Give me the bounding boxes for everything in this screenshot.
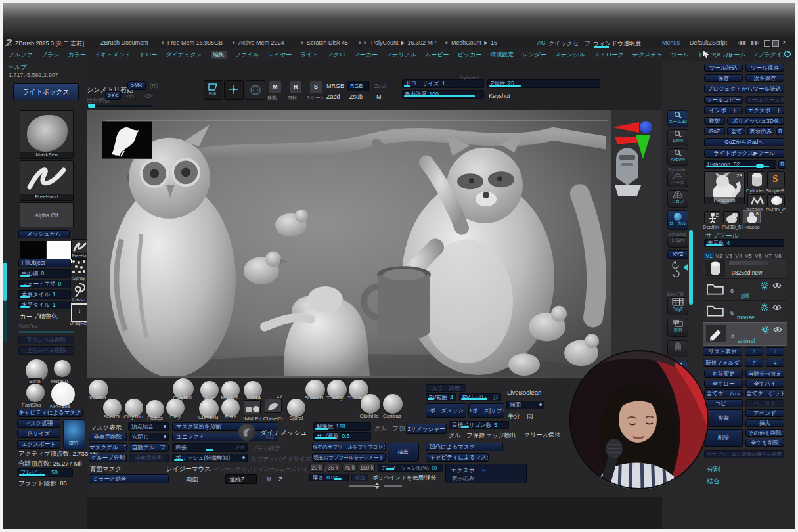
- live-boolean-toggle[interactable]: LiveBoolean: [507, 389, 541, 396]
- show-only-toggle[interactable]: 表示のみ: [452, 475, 474, 483]
- tool-load-button[interactable]: ツール読込: [704, 64, 743, 72]
- active-tool-r-button[interactable]: R: [778, 160, 786, 169]
- axis-y-cone[interactable]: [636, 135, 650, 159]
- mask-view-label[interactable]: マスク表示: [90, 424, 122, 432]
- save-button[interactable]: 保存: [704, 74, 743, 82]
- same-toggle[interactable]: 同一: [527, 412, 539, 421]
- close-holes-button[interactable]: 穴閉じ: [129, 433, 169, 441]
- all-low-button[interactable]: 全てロー: [704, 380, 743, 388]
- material-metal[interactable]: [54, 360, 71, 377]
- brush-config-label[interactable]: ブラシ設定: [251, 445, 281, 453]
- left-export-button[interactable]: エクスポート: [17, 440, 60, 449]
- brush-thumbnail[interactable]: MaskPen: [20, 110, 74, 159]
- rotate-ccw-icon[interactable]: [671, 261, 680, 269]
- gear-icon[interactable]: [761, 303, 768, 311]
- tray-collapse-arrows[interactable]: [374, 483, 380, 489]
- perspective-button[interactable]: パース: [667, 173, 688, 187]
- rename-button[interactable]: 名前変更: [704, 370, 743, 378]
- polish-slider[interactable]: ポリッシュ(特徴検知): [172, 454, 248, 462]
- backface-mask-label[interactable]: 背面マスク: [90, 465, 122, 474]
- tool-thumb-hracoo[interactable]: 8: [743, 210, 761, 223]
- subtool-down-button[interactable]: ↓: [766, 347, 784, 356]
- fill-object-button[interactable]: FillObject: [18, 259, 71, 267]
- delete-lower-button[interactable]: 下位レベル削除: [18, 336, 74, 344]
- gear-icon[interactable]: [761, 282, 768, 290]
- subtool-item-4-selected[interactable]: 8 animal: [703, 322, 787, 346]
- new-folder-button[interactable]: 新規フォルダ: [703, 359, 742, 367]
- save-next-button[interactable]: 次を保存: [745, 74, 784, 82]
- goz-button[interactable]: GoZ: [704, 127, 725, 135]
- lightbox-tool-button[interactable]: ライトボックス▶ツール: [704, 149, 784, 158]
- mask-group-button[interactable]: マスクグループ: [89, 443, 127, 452]
- axis-x-cone[interactable]: [613, 122, 639, 133]
- sculptris-mode-button[interactable]: [246, 80, 265, 100]
- pv-range-slider[interactable]: PV範囲4: [426, 393, 456, 401]
- delete-hidden-button[interactable]: 非表示削除: [89, 433, 127, 441]
- fade-radius-slider[interactable]: フェード半径0: [18, 280, 71, 288]
- copy-subtool-button[interactable]: コピー: [704, 399, 743, 407]
- pv-coverage-slider[interactable]: PVカバレージ25: [459, 393, 501, 401]
- menu-document[interactable]: ドキュメント: [95, 51, 131, 59]
- all-home-button[interactable]: 全てホームへ: [704, 389, 743, 397]
- curve-refine-button[interactable]: カーブ精密化: [20, 313, 57, 321]
- duplicate-tool-button[interactable]: 複製: [704, 117, 725, 125]
- local-symmetry-button[interactable]: ローカル: [667, 210, 688, 230]
- dynamesh-group-toggle[interactable]: グループ: [374, 424, 399, 433]
- k20-button[interactable]: 20 k: [309, 464, 324, 472]
- zoom3d-button[interactable]: ズーム3D: [667, 110, 688, 127]
- zremesher-button[interactable]: Zリメッシャー: [406, 424, 447, 434]
- menu-color[interactable]: カラー: [68, 51, 85, 59]
- menu-light[interactable]: ライト: [300, 51, 319, 59]
- import-button[interactable]: インポート: [704, 106, 743, 114]
- tool-paste-button[interactable]: ツールペースト: [745, 96, 784, 104]
- keyshot-button[interactable]: Keyshot: [489, 93, 510, 99]
- rgb-button[interactable]: RGB: [347, 81, 369, 91]
- k150-button[interactable]: 150 k: [359, 464, 375, 472]
- tpose-mesh-button[interactable]: Tポーズメッシュ: [426, 403, 466, 418]
- preview-slider[interactable]: プレビュー50: [17, 468, 73, 477]
- mask-by-bump-button[interactable]: 凹凸によるマスク: [426, 443, 503, 451]
- subprojection-slider[interactable]: サブ投影0.6: [313, 432, 371, 441]
- brush-clothhook[interactable]: [361, 394, 380, 414]
- radial-count-slider[interactable]: [87, 105, 152, 107]
- keep-crease-toggle[interactable]: クリース保持: [524, 431, 560, 439]
- brush-spiral[interactable]: [287, 399, 305, 417]
- mask-by-cavity-bottom-button[interactable]: キャビティによるマスク: [426, 453, 489, 462]
- lsym-button[interactable]: L.Sym: [667, 237, 688, 248]
- gear-icon[interactable]: [761, 326, 769, 334]
- subdivide-size-label[interactable]: サブディバイドサイズ: [251, 455, 311, 464]
- menu-file[interactable]: ファイル: [235, 51, 259, 59]
- goz-visible-button[interactable]: 表示のみ: [747, 127, 774, 135]
- menu-macro[interactable]: マクロ: [327, 51, 345, 59]
- stroke-mini-thumbnail[interactable]: FreeHa: [71, 239, 87, 260]
- window-maximize-icon[interactable]: [772, 40, 779, 47]
- center-slider[interactable]: 中心値0: [18, 269, 71, 278]
- all-target-button[interactable]: 全てターゲットへ: [745, 389, 784, 397]
- menu-material[interactable]: マテリアル: [386, 51, 416, 59]
- extract-button[interactable]: 抽出: [388, 443, 419, 462]
- all-high-button[interactable]: 全てハイ: [745, 380, 784, 388]
- quicksave-button[interactable]: クイックセーブ: [548, 39, 590, 48]
- actual-size-button[interactable]: 100%: [667, 129, 688, 146]
- sym-y-button[interactable]: >Y<: [125, 93, 136, 99]
- alpha-thumbnail[interactable]: Alpha Off: [20, 202, 74, 227]
- m-button[interactable]: M: [376, 93, 382, 100]
- bottom-scrollbar-right[interactable]: [384, 485, 402, 487]
- aa-half-button[interactable]: AA50%: [667, 148, 688, 166]
- export-bottom-button[interactable]: エクスポート: [451, 466, 487, 475]
- lasso-icon[interactable]: [72, 282, 87, 298]
- decimate-button[interactable]: 現在のサブツールをデシメート: [312, 453, 386, 462]
- target-polygons-slider[interactable]: 目標ポリゴン数5: [449, 421, 509, 429]
- lightbox-button[interactable]: ライトボックス: [13, 83, 79, 100]
- menu-dynamics[interactable]: ダイナミクス: [166, 51, 202, 59]
- floor-grid-button[interactable]: フロア: [667, 190, 688, 208]
- menu-layer[interactable]: レイヤー: [268, 51, 292, 59]
- rotate-cw-icon[interactable]: [671, 269, 680, 277]
- subtool-count-slider[interactable]: 表示数4: [704, 239, 784, 247]
- bottom-scrollbar-left[interactable]: [349, 485, 375, 487]
- active-tool-slider[interactable]: H-racoon. 52: [704, 160, 776, 169]
- sym-m-button[interactable]: >M<: [127, 81, 146, 90]
- eye-icon[interactable]: [772, 304, 782, 311]
- delete-upper-button[interactable]: 上位レベル削除: [18, 346, 74, 355]
- hidden-split-button[interactable]: 非表示分割: [129, 454, 169, 462]
